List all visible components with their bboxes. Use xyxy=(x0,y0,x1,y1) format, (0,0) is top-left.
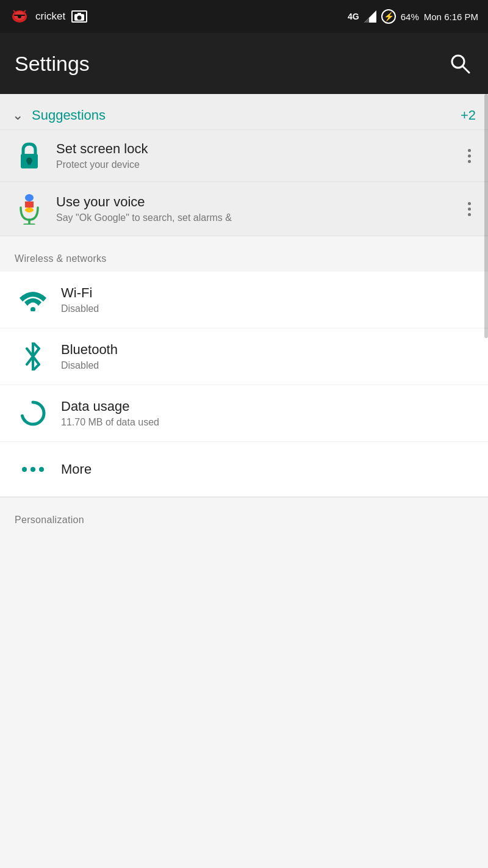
suggestions-section: ⌄ Suggestions +2 Set screen lock Protect… xyxy=(0,94,488,236)
data-usage-icon-container xyxy=(15,400,51,427)
svg-point-7 xyxy=(77,15,82,20)
suggestions-header[interactable]: ⌄ Suggestions +2 xyxy=(0,94,488,129)
wifi-icon-container xyxy=(15,288,51,311)
status-left: cricket xyxy=(10,8,87,25)
scrollbar[interactable] xyxy=(484,94,488,338)
svg-line-4 xyxy=(13,10,16,13)
data-usage-title: Data usage xyxy=(61,399,473,414)
bluetooth-title: Bluetooth xyxy=(61,342,473,358)
svg-rect-19 xyxy=(25,201,34,208)
more-dots-icon xyxy=(22,467,44,472)
suggestion-voice[interactable]: Use your voice Say "Ok Google" to search… xyxy=(0,181,488,236)
wifi-title: Wi-Fi xyxy=(61,285,473,301)
network-type: 4G xyxy=(348,12,359,21)
bluetooth-item[interactable]: Bluetooth Disabled xyxy=(0,328,488,385)
suggestion-voice-title: Use your voice xyxy=(56,194,463,210)
suggestions-label: Suggestions xyxy=(32,107,106,123)
suggestions-left: ⌄ Suggestions xyxy=(12,107,106,123)
more-dots-icon-container xyxy=(15,467,51,472)
status-bar: cricket 4G ⚡ 64% Mon 6: xyxy=(0,0,488,33)
chevron-down-icon: ⌄ xyxy=(12,107,23,123)
search-icon xyxy=(450,53,470,74)
settings-header: Settings xyxy=(0,33,488,94)
suggestions-badge: +2 xyxy=(461,107,476,123)
personalization-header: Personalization xyxy=(0,497,488,535)
carrier-text: cricket xyxy=(35,10,65,23)
mic-icon xyxy=(18,193,40,225)
data-usage-subtitle: 11.70 MB of data used xyxy=(61,417,473,428)
svg-rect-20 xyxy=(25,208,34,212)
svg-text:⚡: ⚡ xyxy=(383,12,394,22)
status-right: 4G ⚡ 64% Mon 6:16 PM xyxy=(348,9,478,24)
more-text: More xyxy=(61,461,473,477)
time-text: Mon 6:16 PM xyxy=(424,12,478,22)
data-usage-item[interactable]: Data usage 11.70 MB of data used xyxy=(0,385,488,442)
wireless-networks-section: Wireless & networks Wi-Fi Disabled xyxy=(0,236,488,535)
lock-icon xyxy=(17,142,41,170)
svg-line-5 xyxy=(23,10,26,13)
suggestion-voice-text: Use your voice Say "Ok Google" to search… xyxy=(56,194,463,223)
svg-point-24 xyxy=(22,402,44,424)
svg-rect-18 xyxy=(25,194,34,201)
suggestion-voice-subtitle: Say "Ok Google" to search, set alarms & xyxy=(56,212,463,223)
bluetooth-subtitle: Disabled xyxy=(61,360,473,371)
svg-line-14 xyxy=(462,66,469,73)
battery-text: 64% xyxy=(401,12,419,22)
suggestion-screen-lock-title: Set screen lock xyxy=(56,141,463,157)
more-title: More xyxy=(61,461,473,477)
svg-point-3 xyxy=(18,15,21,18)
lock-icon-container xyxy=(12,142,46,170)
svg-marker-10 xyxy=(364,18,369,23)
mic-icon-container xyxy=(12,193,46,225)
charging-icon: ⚡ xyxy=(381,9,396,24)
svg-rect-17 xyxy=(27,160,31,165)
svg-rect-8 xyxy=(77,13,81,15)
svg-point-23 xyxy=(30,307,35,311)
bluetooth-icon xyxy=(24,342,42,371)
signal-icon xyxy=(364,10,376,23)
data-usage-icon xyxy=(20,400,46,427)
search-button[interactable] xyxy=(447,50,473,77)
bluetooth-icon-container xyxy=(15,342,51,371)
wifi-icon xyxy=(19,288,47,311)
more-item[interactable]: More xyxy=(0,442,488,497)
photo-icon xyxy=(71,10,87,23)
wireless-networks-header: Wireless & networks xyxy=(0,236,488,272)
wifi-subtitle: Disabled xyxy=(61,303,473,314)
page-title: Settings xyxy=(15,52,90,76)
suggestion-screen-lock-subtitle: Protect your device xyxy=(56,159,463,170)
suggestion-screen-lock[interactable]: Set screen lock Protect your device xyxy=(0,129,488,181)
data-usage-text: Data usage 11.70 MB of data used xyxy=(61,399,473,428)
more-vert-button-2[interactable] xyxy=(463,197,476,221)
wifi-item[interactable]: Wi-Fi Disabled xyxy=(0,272,488,328)
more-vert-button-1[interactable] xyxy=(463,144,476,168)
bluetooth-text: Bluetooth Disabled xyxy=(61,342,473,371)
suggestion-screen-lock-text: Set screen lock Protect your device xyxy=(56,141,463,170)
cricket-bug-icon xyxy=(10,8,29,25)
wifi-text: Wi-Fi Disabled xyxy=(61,285,473,314)
